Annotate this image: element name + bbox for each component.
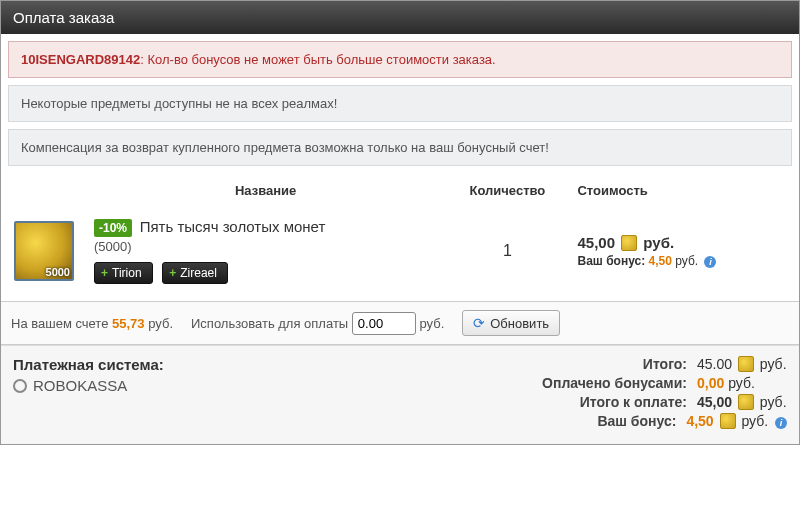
item-title: Пять тысяч золотых монет	[140, 218, 326, 235]
payment-option-robokassa[interactable]: ROBOKASSA	[13, 377, 164, 394]
error-code: 10ISENGARD89142	[21, 52, 140, 67]
item-quantity: 1	[443, 208, 571, 294]
refresh-button[interactable]: ⟳ Обновить	[462, 310, 560, 336]
content-area: 10ISENGARD89142: Кол-во бонусов не может…	[1, 34, 799, 301]
total-label: Итого:	[517, 356, 687, 372]
totals: Итого: 45.00 руб. Оплачено бонусами: 0,0…	[506, 356, 787, 432]
coin-icon	[738, 394, 754, 410]
info-icon[interactable]: i	[704, 256, 716, 268]
bonus-amount-input[interactable]	[352, 312, 416, 335]
refresh-icon: ⟳	[473, 315, 485, 331]
to-pay-label: Итого к оплате:	[517, 394, 687, 410]
radio-icon	[13, 379, 27, 393]
discount-badge: -10%	[94, 219, 132, 237]
coin-icon	[720, 413, 736, 429]
your-bonus-value: 4,50 руб. i	[686, 413, 787, 429]
payment-system: Платежная система: ROBOKASSA	[13, 356, 164, 432]
to-pay-value: 45,00 руб.	[697, 394, 787, 410]
table-row: 5000 -10% Пять тысяч золотых монет (5000…	[8, 208, 792, 294]
item-bonus: Ваш бонус: 4,50 руб. i	[577, 254, 786, 268]
item-price: 45,00 руб.	[577, 234, 786, 251]
coin-icon	[738, 356, 754, 372]
summary-section: Платежная система: ROBOKASSA Итого: 45.0…	[1, 345, 799, 444]
alert-error: 10ISENGARD89142: Кол-во бонусов не может…	[8, 41, 792, 78]
your-bonus-label: Ваш бонус:	[506, 413, 676, 429]
balance-row: На вашем счете 55,73 руб. Использовать д…	[1, 301, 799, 345]
col-qty: Количество	[443, 173, 571, 208]
total-value: 45.00 руб.	[697, 356, 787, 372]
info-icon[interactable]: i	[775, 417, 787, 429]
use-for-payment: Использовать для оплаты руб.	[191, 312, 444, 335]
item-icon-count: 5000	[46, 266, 70, 278]
col-price: Стоимость	[571, 173, 792, 208]
coin-icon	[621, 235, 637, 251]
alert-refund-policy: Компенсация за возврат купленного предме…	[8, 129, 792, 166]
plus-icon: +	[169, 266, 176, 280]
order-payment-window: Оплата заказа 10ISENGARD89142: Кол-во бо…	[0, 0, 800, 445]
account-balance: На вашем счете 55,73 руб.	[11, 316, 173, 331]
window-title: Оплата заказа	[1, 1, 799, 34]
server-tag-tirion[interactable]: +Tirion	[94, 262, 153, 284]
cart-table: Название Количество Стоимость 5000 -10%	[8, 173, 792, 294]
error-message: : Кол-во бонусов не может быть больше ст…	[140, 52, 495, 67]
server-tags: +Tirion +Zireael	[94, 262, 437, 284]
payment-system-label: Платежная система:	[13, 356, 164, 373]
col-name: Название	[88, 173, 443, 208]
plus-icon: +	[101, 266, 108, 280]
paid-bonus-label: Оплачено бонусами:	[517, 375, 687, 391]
server-tag-zireael[interactable]: +Zireael	[162, 262, 228, 284]
paid-bonus-value: 0,00 руб.	[697, 375, 787, 391]
item-icon[interactable]: 5000	[14, 221, 74, 281]
alert-realm-availability: Некоторые предметы доступны не на всех р…	[8, 85, 792, 122]
item-subtitle: (5000)	[94, 239, 437, 254]
